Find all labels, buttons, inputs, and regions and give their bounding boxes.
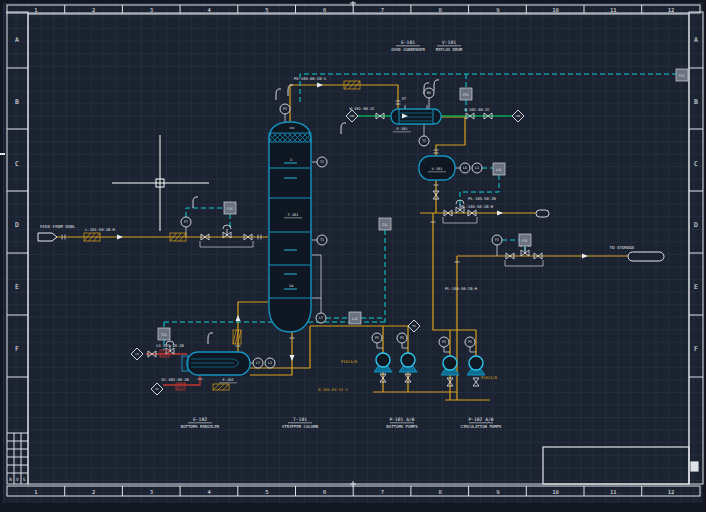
offpage-connector-feed[interactable] (38, 233, 57, 241)
distillation-column[interactable] (269, 122, 311, 332)
equipment-tag: E-102 (193, 417, 207, 422)
line-number-label: L-101-50-2B-H (85, 227, 115, 232)
zone-number-top: 1 (34, 7, 37, 13)
rev-table-char: V (16, 477, 19, 482)
zone-number-bottom: 7 (381, 489, 384, 495)
instrument-tag: LIC (496, 168, 502, 172)
zone-number-bottom: 10 (552, 489, 559, 495)
offpage-connector-product[interactable] (628, 252, 664, 261)
instrument-tag: TI (320, 160, 324, 164)
equipment-description: REFLUX DRUM (436, 47, 463, 52)
instrument-tag: PI (375, 336, 379, 340)
condenser-outlet-line (436, 117, 465, 156)
flow-arrow (236, 315, 241, 321)
zone-number-top: 9 (496, 7, 499, 13)
flow-arrow (290, 355, 295, 361)
equipment-description: OVHD CONDENSER (391, 47, 425, 52)
flow-arrow (497, 211, 503, 216)
tray-number: 14 (289, 284, 293, 288)
zone-letter-right: C (694, 160, 698, 168)
pump-4[interactable] (467, 356, 485, 375)
offpage-connector-reflux[interactable] (536, 210, 549, 217)
zone-number-bottom: 1 (34, 489, 37, 495)
pump-2[interactable] (399, 353, 417, 372)
zone-number-top: 2 (92, 7, 95, 13)
pump-3[interactable] (441, 356, 459, 375)
instrument-tag: TIC (161, 333, 167, 337)
instrument-tag: PI (468, 340, 472, 344)
reboiler-return-line (238, 302, 268, 352)
instrument-tag: PI (400, 336, 404, 340)
zone-number-top: 11 (610, 7, 617, 13)
equipment-tag: P-101 A/B (390, 417, 415, 422)
zone-letter-right: E (694, 283, 698, 291)
pump-suction-lines (310, 213, 476, 357)
relief-valve-icon[interactable] (276, 89, 281, 100)
relief-valve-icon[interactable] (208, 333, 213, 344)
line-number-label: PL-105-50-2B-H (461, 204, 494, 209)
bypass-loops (200, 217, 543, 266)
instrument-tag: FI (495, 238, 499, 242)
zone-number-top: 12 (668, 7, 675, 13)
instrument-tag: LT (319, 316, 323, 320)
flow-arrow (117, 235, 123, 240)
line-number-label: VT (402, 96, 407, 101)
rev-table-char: S (23, 477, 26, 482)
zone-number-bottom: 6 (323, 489, 326, 495)
zone-number-bottom: 2 (92, 489, 95, 495)
instrument-tag: FIC (679, 74, 685, 78)
utility-tag: FO (412, 324, 416, 328)
zone-number-top: 8 (438, 7, 441, 13)
pump-discharge-lines (373, 256, 490, 400)
zone-number-top: 3 (150, 7, 153, 13)
zone-number-top: 6 (323, 7, 326, 13)
relief-valve-icon[interactable] (434, 80, 439, 91)
demister-pad (269, 133, 311, 142)
equipment-inline-tag: E-102 (223, 378, 234, 382)
spec-break (213, 384, 229, 390)
gate-valve[interactable] (473, 378, 479, 386)
instrument-tag: FIC (522, 239, 528, 243)
zone-number-bottom: 11 (610, 489, 617, 495)
flow-arrow (582, 254, 588, 259)
line-number-label: SC-402-40-2B (161, 377, 189, 382)
equipment-tag: P-102 A/B (469, 417, 494, 422)
zone-letter-left: E (15, 283, 19, 291)
instrument-tag: LIC (352, 317, 358, 321)
crosshair-lines (112, 135, 209, 231)
product-connector-label: TO STORAGE (609, 245, 635, 250)
instrument-tag: RV (427, 91, 431, 95)
spec-break (233, 330, 241, 344)
flow-arrow (317, 83, 323, 88)
zone-letter-right: F (694, 345, 698, 353)
zone-number-bottom: 4 (207, 489, 211, 495)
zone-number-top: 4 (207, 7, 211, 13)
instrument-tag: TI (422, 139, 426, 143)
utility-tag: CWS (349, 114, 354, 118)
crosshair-cursor (112, 135, 209, 231)
equipment-description: STRIPPER COLUMN (282, 424, 319, 429)
line-number-label: P101A/B (341, 359, 358, 364)
utility-tag: SC (155, 387, 159, 391)
zone-number-top: 7 (381, 7, 384, 13)
relief-valve-icon[interactable] (193, 197, 198, 208)
equipment-description: BOTTOMS PUMPS (386, 424, 418, 429)
equipment-description: BOTTOMS REBOILER (181, 424, 220, 429)
equipment-tag: E-101 (401, 40, 415, 45)
pump-1[interactable] (374, 353, 392, 372)
zone-letter-right: A (694, 36, 698, 44)
relief-valve-icon[interactable] (341, 123, 346, 134)
kettle-reboiler[interactable] (182, 352, 250, 375)
line-number-label: LS-401-40-2B (156, 343, 184, 348)
zone-number-top: 5 (265, 7, 268, 13)
line-number-label: B-105-04-52-S (318, 387, 348, 392)
zone-number-top: 10 (552, 7, 559, 13)
instrument-tag: TIC (382, 223, 388, 227)
zone-number-bottom: 3 (150, 489, 153, 495)
line-number-label: PG-105-80-2B-S (294, 76, 327, 81)
pumps[interactable] (374, 353, 485, 375)
spec-break (176, 383, 185, 390)
instrument-tag: LG (463, 166, 467, 170)
instrument-tag: FIC (227, 207, 233, 211)
zone-letter-left: F (15, 345, 19, 353)
